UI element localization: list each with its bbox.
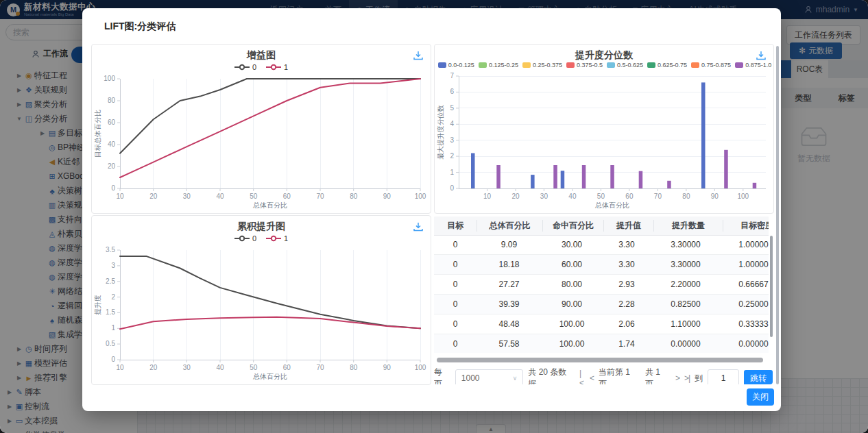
legend-item[interactable]: 0.875-1.0: [735, 62, 771, 69]
svg-text:80: 80: [350, 193, 358, 200]
close-button[interactable]: 关闭: [747, 388, 774, 406]
table-row: 039.3990.002.280.825000.250009: [434, 295, 769, 314]
table-row: 027.2780.002.932.200000.666678: [434, 275, 769, 295]
svg-text:1: 1: [450, 169, 454, 176]
per-page-select[interactable]: 1000 ∨: [455, 369, 523, 384]
table-cell: 27.27: [477, 280, 542, 289]
legend-item[interactable]: 0.125-0.25: [479, 62, 518, 69]
svg-text:3: 3: [111, 262, 115, 269]
svg-text:30: 30: [183, 364, 191, 371]
legend-label: 0.875-1.0: [745, 62, 771, 69]
svg-text:50: 50: [597, 193, 605, 200]
legend-item[interactable]: 0.0-0.125: [438, 62, 474, 69]
table-cell: 18.18: [477, 260, 542, 269]
svg-text:0.5: 0.5: [106, 340, 115, 347]
legend-item[interactable]: 0.625-0.75: [647, 62, 687, 69]
table-cell: 0.66667: [720, 280, 769, 289]
svg-text:80: 80: [350, 364, 358, 371]
table-cell: 100.00: [542, 339, 602, 349]
legend-item[interactable]: 1: [266, 63, 288, 71]
modal-title: LIFT图:分类评估: [104, 21, 176, 33]
legend-item[interactable]: 0: [234, 234, 256, 243]
legend-item[interactable]: 1: [266, 234, 288, 243]
svg-text:70: 70: [316, 193, 324, 200]
cumlift-chart-legend: 0 1: [92, 234, 431, 243]
table-cell: 80.00: [542, 280, 602, 289]
svg-text:60: 60: [625, 193, 634, 200]
jump-button[interactable]: 跳转: [744, 370, 773, 384]
next-page-button[interactable]: >: [675, 373, 679, 383]
legend-item[interactable]: 0.25-0.375: [522, 62, 562, 69]
svg-text:20: 20: [149, 193, 158, 200]
legend-label: 0.75-0.875: [701, 62, 731, 69]
table-cell: 30.00: [542, 240, 602, 249]
goto-page-input[interactable]: [708, 369, 739, 384]
svg-text:4: 4: [450, 120, 454, 127]
cumlift-chart-panel: 累积提升图 0 1 10203040506070809010000.511.52…: [91, 215, 431, 385]
table-vertical-scrollbar[interactable]: [770, 236, 773, 337]
legend-marker-icon: [234, 235, 250, 242]
legend-label: 0: [252, 234, 256, 243]
last-page-button[interactable]: >|: [684, 373, 690, 383]
svg-text:最大提升度分位数: 最大提升度分位数: [437, 105, 444, 160]
table-cell: 2.28: [602, 299, 651, 309]
legend-swatch-icon: [522, 62, 531, 68]
svg-text:总体百分比: 总体百分比: [253, 373, 287, 380]
svg-text:20: 20: [149, 364, 158, 371]
table-cell: 60.00: [542, 260, 602, 269]
legend-item[interactable]: 0.375-0.5: [566, 62, 603, 69]
download-icon[interactable]: [413, 221, 424, 232]
svg-text:100: 100: [104, 75, 115, 82]
download-icon[interactable]: [756, 50, 767, 61]
gain-chart-legend: 0 1: [92, 63, 431, 71]
current-page-text: 当前第 1 页: [599, 367, 640, 384]
quantile-chart-panel: 提升度分位数 0.0-0.125 0.125-0.25 0.25-0.375 0…: [434, 44, 774, 214]
cumlift-chart-title: 累积提升图: [92, 221, 431, 233]
legend-swatch-icon: [566, 62, 575, 68]
first-page-button[interactable]: |<: [579, 369, 585, 384]
prev-page-button[interactable]: <: [590, 373, 594, 383]
legend-item[interactable]: 0: [234, 63, 256, 71]
legend-swatch-icon: [647, 62, 655, 68]
table-body: 09.0930.003.303.300001.000003018.1860.00…: [434, 235, 769, 353]
legend-swatch-icon: [479, 62, 487, 68]
svg-text:30: 30: [540, 193, 548, 200]
table-header-cell: 命中百分比: [542, 220, 603, 232]
table-cell: 90.00: [542, 299, 602, 309]
lift-modal: LIFT图:分类评估 增益图 0 1 102030405060708090100…: [82, 8, 781, 411]
table-cell: 0.25000: [720, 299, 769, 309]
table-cell: 0.33333: [720, 319, 769, 329]
svg-text:90: 90: [383, 364, 391, 371]
per-page-label: 每页: [434, 367, 450, 384]
svg-text:80: 80: [108, 97, 116, 104]
table-header-cell: 目标密度: [723, 220, 769, 232]
legend-item[interactable]: 0.75-0.875: [691, 62, 731, 69]
modal-scrollbar[interactable]: [776, 46, 779, 384]
legend-swatch-icon: [438, 62, 446, 68]
svg-text:60: 60: [283, 364, 291, 371]
table-header-row: 目标总体百分比命中百分比提升值提升数量目标密度目标累计非: [434, 216, 769, 236]
table-cell: 1.00000: [720, 260, 769, 269]
legend-swatch-icon: [607, 62, 615, 68]
table-cell: 0: [434, 299, 477, 309]
table-header-cell: 总体百分比: [477, 220, 542, 232]
download-icon[interactable]: [413, 50, 424, 61]
svg-text:目标总体百分比: 目标总体百分比: [94, 110, 101, 158]
svg-text:提升度: 提升度: [94, 295, 101, 315]
legend-label: 0: [252, 63, 256, 71]
gain-chart-title: 增益图: [92, 49, 431, 62]
table-cell: 57.58: [477, 339, 542, 349]
table-cell: 0.00000: [651, 339, 720, 349]
table-horizontal-scrollbar[interactable]: [437, 358, 763, 362]
legend-swatch-icon: [691, 62, 699, 68]
svg-text:0: 0: [111, 184, 115, 192]
svg-text:10: 10: [116, 193, 124, 200]
legend-label: 0.5-0.625: [617, 62, 643, 69]
svg-text:20: 20: [511, 193, 520, 200]
gain-chart-canvas: 102030405060708090100020406080100总体百分比目标…: [93, 73, 430, 213]
legend-label: 0.375-0.5: [577, 62, 603, 69]
goto-label: 到: [695, 373, 703, 384]
svg-text:100: 100: [415, 193, 426, 200]
legend-item[interactable]: 0.5-0.625: [607, 62, 643, 69]
legend-swatch-icon: [735, 62, 743, 68]
